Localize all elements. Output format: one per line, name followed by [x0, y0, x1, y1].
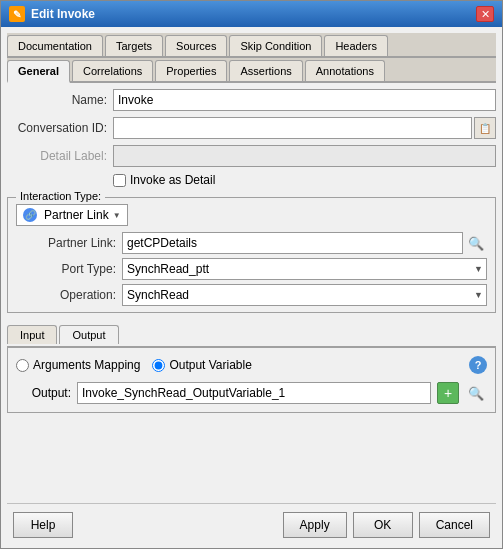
radio-arguments-mapping: Arguments Mapping — [16, 358, 140, 372]
name-row: Name: — [7, 89, 496, 111]
tab-properties[interactable]: Properties — [155, 60, 227, 81]
interaction-type-value: Partner Link — [44, 208, 109, 222]
edit-invoke-window: ✎ Edit Invoke ✕ Documentation Targets So… — [0, 0, 503, 549]
output-search-button[interactable]: 🔍 — [465, 382, 487, 404]
invoke-as-detail-row: Invoke as Detail — [113, 173, 496, 187]
port-type-select[interactable]: SynchRead_ptt — [122, 258, 487, 280]
inner-tab-output[interactable]: Output — [59, 325, 118, 344]
cancel-button[interactable]: Cancel — [419, 512, 490, 538]
radio-output-variable: Output Variable — [152, 358, 252, 372]
dropdown-arrow-icon: ▼ — [113, 211, 121, 220]
name-input[interactable] — [113, 89, 496, 111]
close-button[interactable]: ✕ — [476, 6, 494, 22]
inner-tabs-container: Input Output Arguments Mapping Output Va… — [7, 323, 496, 413]
partner-link-field-group: 🔍 — [122, 232, 487, 254]
conversation-id-field-group: 📋 — [113, 117, 496, 139]
name-label: Name: — [7, 93, 107, 107]
form-area: Name: Conversation ID: 📋 Detail Label: I… — [7, 89, 496, 503]
interaction-type-group: Interaction Type: 🔗 Partner Link ▼ Partn… — [7, 197, 496, 313]
operation-label: Operation: — [16, 288, 116, 302]
title-bar: ✎ Edit Invoke ✕ — [1, 1, 502, 27]
ok-button[interactable]: OK — [353, 512, 413, 538]
output-label: Output: — [16, 386, 71, 400]
port-type-row: Port Type: SynchRead_ptt — [16, 258, 487, 280]
interaction-type-row: 🔗 Partner Link ▼ — [16, 204, 487, 226]
output-row: Output: + 🔍 — [16, 382, 487, 404]
output-variable-radio[interactable] — [152, 359, 165, 372]
invoke-as-detail-label: Invoke as Detail — [130, 173, 215, 187]
port-type-select-wrapper: SynchRead_ptt — [122, 258, 487, 280]
partner-link-input[interactable] — [122, 232, 463, 254]
detail-label-input — [113, 145, 496, 167]
tab-headers[interactable]: Headers — [324, 35, 388, 56]
partner-link-icon: 🔗 — [23, 208, 37, 222]
operation-select-wrapper: SynchRead — [122, 284, 487, 306]
apply-button[interactable]: Apply — [283, 512, 347, 538]
conversation-id-label: Conversation ID: — [7, 121, 107, 135]
operation-row: Operation: SynchRead — [16, 284, 487, 306]
output-input[interactable] — [77, 382, 431, 404]
radio-row: Arguments Mapping Output Variable ? — [16, 356, 487, 374]
inner-tab-input[interactable]: Input — [7, 325, 57, 344]
interaction-type-dropdown[interactable]: 🔗 Partner Link ▼ — [16, 204, 128, 226]
tab-targets[interactable]: Targets — [105, 35, 163, 56]
tab-sources[interactable]: Sources — [165, 35, 227, 56]
tab-annotations[interactable]: Annotations — [305, 60, 385, 81]
tab-row-1: Documentation Targets Sources Skip Condi… — [7, 33, 496, 58]
title-bar-left: ✎ Edit Invoke — [9, 6, 95, 22]
conversation-id-action-button[interactable]: 📋 — [474, 117, 496, 139]
tab-row-2: General Correlations Properties Assertio… — [7, 58, 496, 83]
inner-tab-content: Arguments Mapping Output Variable ? Outp… — [7, 346, 496, 413]
arguments-mapping-radio[interactable] — [16, 359, 29, 372]
partner-link-label: Partner Link: — [16, 236, 116, 250]
tab-documentation[interactable]: Documentation — [7, 35, 103, 56]
detail-label-row: Detail Label: — [7, 145, 496, 167]
tab-skip-condition[interactable]: Skip Condition — [229, 35, 322, 56]
port-type-label: Port Type: — [16, 262, 116, 276]
operation-select[interactable]: SynchRead — [122, 284, 487, 306]
conversation-id-row: Conversation ID: 📋 — [7, 117, 496, 139]
partner-link-search-button[interactable]: 🔍 — [465, 232, 487, 254]
help-button[interactable]: Help — [13, 512, 73, 538]
window-icon: ✎ — [9, 6, 25, 22]
partner-link-row: Partner Link: 🔍 — [16, 232, 487, 254]
tab-correlations[interactable]: Correlations — [72, 60, 153, 81]
bottom-bar: Help Apply OK Cancel — [7, 503, 496, 542]
add-output-button[interactable]: + — [437, 382, 459, 404]
inner-tab-row: Input Output — [7, 325, 496, 344]
tab-assertions[interactable]: Assertions — [229, 60, 302, 81]
interaction-type-legend: Interaction Type: — [16, 190, 105, 202]
arguments-mapping-label: Arguments Mapping — [33, 358, 140, 372]
window-title: Edit Invoke — [31, 7, 95, 21]
detail-label-label: Detail Label: — [7, 149, 107, 163]
output-variable-label: Output Variable — [169, 358, 252, 372]
tab-general[interactable]: General — [7, 60, 70, 83]
window-content: Documentation Targets Sources Skip Condi… — [1, 27, 502, 548]
conversation-id-input[interactable] — [113, 117, 472, 139]
help-icon-button[interactable]: ? — [469, 356, 487, 374]
invoke-as-detail-checkbox[interactable] — [113, 174, 126, 187]
bottom-right-buttons: Apply OK Cancel — [283, 512, 490, 538]
